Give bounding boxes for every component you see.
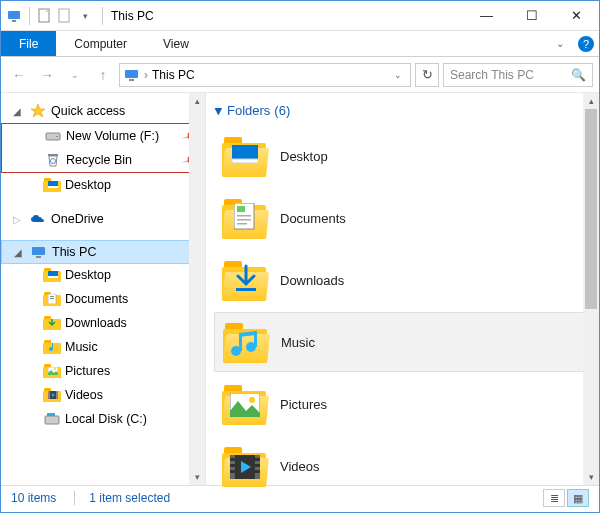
drive-icon xyxy=(43,410,61,428)
tree-item-documents[interactable]: Documents xyxy=(1,287,205,311)
highlight-box: New Volume (F:) 📌 Recycle Bin 📌 xyxy=(1,123,205,173)
tree-item-recycle-bin[interactable]: Recycle Bin 📌 xyxy=(2,148,204,172)
nav-scrollbar[interactable]: ▴ ▾ xyxy=(189,93,205,485)
tree-onedrive[interactable]: ▷ OneDrive xyxy=(1,207,205,231)
svg-rect-1 xyxy=(12,20,16,22)
folder-icon xyxy=(43,338,61,356)
folder-label: Pictures xyxy=(280,397,327,412)
scroll-up-icon[interactable]: ▴ xyxy=(583,93,599,109)
tree-item-videos[interactable]: Videos xyxy=(1,383,205,407)
tree-label: Pictures xyxy=(65,364,110,378)
svg-rect-31 xyxy=(237,206,245,212)
collapse-icon[interactable]: ◢ xyxy=(14,247,26,258)
tree-item-desktop[interactable]: Desktop xyxy=(1,263,205,287)
folder-icon xyxy=(43,362,61,380)
new-file-icon[interactable] xyxy=(36,7,54,25)
svg-rect-17 xyxy=(50,296,54,297)
scroll-down-icon[interactable]: ▾ xyxy=(189,469,205,485)
collapse-icon[interactable]: ◢ xyxy=(13,106,25,117)
body: ◢ Quick access New Volume (F:) 📌 Recycle… xyxy=(1,93,599,485)
content-scrollbar[interactable]: ▴ ▾ xyxy=(583,93,599,485)
title-bar: ▾ This PC — ☐ ✕ xyxy=(1,1,599,31)
svg-rect-29 xyxy=(232,159,258,163)
folder-label: Videos xyxy=(280,459,320,474)
tree-label: Downloads xyxy=(65,316,127,330)
qat-dropdown-icon[interactable]: ▾ xyxy=(76,7,94,25)
up-button[interactable]: ↑ xyxy=(91,63,115,87)
help-button[interactable]: ? xyxy=(573,31,599,56)
folder-label: Music xyxy=(281,335,315,350)
folder-item-music[interactable]: Music xyxy=(214,312,595,372)
ribbon: File Computer View ⌄ ? xyxy=(1,31,599,57)
tree-label: Desktop xyxy=(65,178,111,192)
folder-item-downloads[interactable]: Downloads xyxy=(214,250,595,310)
ribbon-collapse-icon[interactable]: ⌄ xyxy=(547,31,573,56)
recent-locations-button[interactable]: ⌄ xyxy=(63,63,87,87)
tab-computer[interactable]: Computer xyxy=(56,31,145,56)
search-input[interactable]: Search This PC 🔍 xyxy=(443,63,593,87)
scrollbar-thumb[interactable] xyxy=(585,109,597,309)
svg-rect-46 xyxy=(230,464,235,467)
quick-access-toolbar: ▾ xyxy=(1,7,98,25)
search-placeholder: Search This PC xyxy=(450,68,534,82)
folder-downloads-icon xyxy=(222,259,266,301)
tree-item-desktop-qa[interactable]: Desktop xyxy=(1,173,205,197)
refresh-button[interactable]: ↻ xyxy=(415,63,439,87)
folder-item-desktop[interactable]: Desktop xyxy=(214,126,595,186)
svg-rect-3 xyxy=(59,9,69,22)
address-dropdown-icon[interactable]: ⌄ xyxy=(390,70,406,80)
svg-rect-49 xyxy=(255,464,260,467)
svg-rect-45 xyxy=(230,458,235,461)
svg-rect-32 xyxy=(237,215,251,217)
tree-quick-access[interactable]: ◢ Quick access xyxy=(1,99,205,123)
svg-rect-33 xyxy=(237,219,251,221)
pc-icon xyxy=(30,243,48,261)
svg-rect-24 xyxy=(48,391,50,399)
file-tab[interactable]: File xyxy=(1,31,56,56)
svg-rect-50 xyxy=(255,470,260,473)
tree-item-downloads[interactable]: Downloads xyxy=(1,311,205,335)
folder-item-documents[interactable]: Documents xyxy=(214,188,595,248)
svg-rect-25 xyxy=(56,391,58,399)
scroll-down-icon[interactable]: ▾ xyxy=(583,469,599,485)
properties-icon[interactable] xyxy=(56,7,74,25)
drive-icon xyxy=(44,127,62,145)
back-button[interactable]: ← xyxy=(7,63,31,87)
svg-rect-13 xyxy=(36,256,41,258)
tree-item-new-volume[interactable]: New Volume (F:) 📌 xyxy=(2,124,204,148)
address-bar[interactable]: › This PC ⌄ xyxy=(119,63,411,87)
tab-view[interactable]: View xyxy=(145,31,207,56)
svg-rect-18 xyxy=(50,298,54,299)
tree-label: Quick access xyxy=(51,104,125,118)
pc-icon[interactable] xyxy=(5,7,23,25)
svg-rect-11 xyxy=(48,186,58,188)
svg-rect-34 xyxy=(237,223,247,225)
folder-item-pictures[interactable]: Pictures xyxy=(214,374,595,434)
svg-rect-0 xyxy=(8,11,20,19)
breadcrumb[interactable]: This PC xyxy=(152,68,195,82)
tree-item-local-disk[interactable]: Local Disk (C:) xyxy=(1,407,205,431)
pc-icon xyxy=(124,67,140,83)
search-icon: 🔍 xyxy=(571,68,586,82)
folder-videos-icon xyxy=(222,445,266,487)
svg-rect-26 xyxy=(45,416,59,424)
svg-rect-27 xyxy=(47,413,55,416)
folder-item-videos[interactable]: Videos xyxy=(214,436,595,496)
recycle-bin-icon xyxy=(44,151,62,169)
collapse-icon[interactable]: ⯆ xyxy=(214,106,223,116)
tree-this-pc[interactable]: ◢ This PC xyxy=(1,240,205,264)
expand-icon[interactable]: ▷ xyxy=(13,214,25,225)
tree-item-music[interactable]: Music xyxy=(1,335,205,359)
maximize-button[interactable]: ☐ xyxy=(509,1,554,31)
forward-button[interactable]: → xyxy=(35,63,59,87)
svg-rect-15 xyxy=(48,276,58,278)
scroll-up-icon[interactable]: ▴ xyxy=(189,93,205,109)
svg-rect-5 xyxy=(129,79,134,81)
tree-label: Recycle Bin xyxy=(66,153,132,167)
status-selected-count: 1 item selected xyxy=(74,491,170,505)
window-title: This PC xyxy=(107,9,154,23)
minimize-button[interactable]: — xyxy=(464,1,509,31)
tree-item-pictures[interactable]: Pictures xyxy=(1,359,205,383)
close-button[interactable]: ✕ xyxy=(554,1,599,31)
section-header-folders[interactable]: ⯆ Folders (6) xyxy=(214,101,599,124)
